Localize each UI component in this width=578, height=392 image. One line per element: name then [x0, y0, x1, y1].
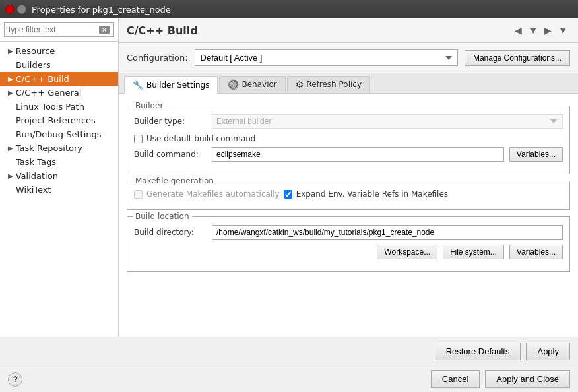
- tab-builder-settings-label: Builder Settings: [146, 81, 209, 90]
- sidebar: ✕ ▶ Resource Builders ▶ C/C++ Build: [0, 18, 119, 337]
- variables2-button[interactable]: Variables...: [509, 245, 563, 259]
- builder-type-row: Builder type: External builder: [134, 114, 563, 129]
- build-location-buttons-row: Workspace... File system... Variables...: [134, 245, 563, 259]
- workspace-button[interactable]: Workspace...: [377, 245, 437, 259]
- filter-input[interactable]: [9, 25, 94, 34]
- use-default-row: Use default build command: [134, 134, 563, 143]
- arrow-icon: ▶: [8, 89, 13, 96]
- tab-refresh-policy-label: Refresh Policy: [306, 80, 362, 89]
- sidebar-item-cpp-general[interactable]: ▶ C/C++ General: [0, 86, 118, 100]
- build-location-content: Build directory: Workspace... File syste…: [127, 217, 569, 271]
- config-select[interactable]: Default [ Active ]: [195, 49, 458, 66]
- arrow-icon: ▶: [8, 48, 13, 55]
- sidebar-item-label: C/C++ Build: [16, 74, 69, 84]
- page-title: C/C++ Build: [127, 24, 198, 37]
- sidebar-item-label: Task Tags: [16, 157, 56, 167]
- gen-makefiles-checkbox[interactable]: [134, 190, 143, 199]
- window-title: Properties for pkg1_create_node: [32, 5, 171, 15]
- nav-arrows: ◀ ▼ ▶ ▼: [512, 24, 570, 37]
- configuration-row: Configuration: Default [ Active ] Manage…: [119, 43, 578, 73]
- filter-box: ✕: [0, 18, 118, 42]
- sidebar-item-task-repo[interactable]: ▶ Task Repository: [0, 141, 118, 155]
- builder-section: Builder Builder type: External builder U…: [127, 106, 570, 174]
- sidebar-tree: ▶ Resource Builders ▶ C/C++ Build ▶ C/C+…: [0, 42, 118, 337]
- tab-refresh-policy[interactable]: ⚙ Refresh Policy: [287, 76, 370, 93]
- nav-back-button[interactable]: ◀: [512, 24, 525, 37]
- sidebar-item-run-debug[interactable]: Run/Debug Settings: [0, 127, 118, 141]
- window-controls[interactable]: [5, 5, 26, 14]
- nav-forward-dropdown-button[interactable]: ▼: [556, 24, 570, 37]
- dialog: ✕ ▶ Resource Builders ▶ C/C++ Build: [0, 18, 578, 392]
- cancel-button[interactable]: Cancel: [431, 370, 480, 388]
- apply-close-button[interactable]: Apply and Close: [485, 370, 570, 388]
- apply-button[interactable]: Apply: [526, 343, 570, 360]
- tab-behavior-label: Behavior: [241, 80, 276, 89]
- arrow-icon: ▶: [8, 172, 13, 180]
- dialog-footer2: ? Cancel Apply and Close: [0, 366, 578, 392]
- titlebar: Properties for pkg1_create_node: [0, 0, 578, 18]
- expand-env-label: Expand Env. Variable Refs in Makefiles: [296, 189, 448, 199]
- sidebar-item-label: C/C++ General: [16, 88, 82, 98]
- behavior-icon: 🔘: [228, 79, 239, 90]
- sidebar-item-builders[interactable]: Builders: [0, 58, 118, 72]
- sidebar-item-resource[interactable]: ▶ Resource: [0, 44, 118, 58]
- sidebar-item-label: WikiText: [16, 185, 51, 195]
- minimize-button[interactable]: [17, 5, 26, 14]
- build-dir-label: Build directory:: [134, 228, 207, 237]
- builder-type-select[interactable]: External builder: [212, 114, 563, 129]
- content-area: C/C++ Build ◀ ▼ ▶ ▼ Configuration: Defau…: [119, 18, 578, 337]
- close-button[interactable]: [5, 5, 15, 14]
- builder-section-title: Builder: [133, 101, 166, 110]
- build-cmd-input[interactable]: [212, 147, 504, 162]
- help-button[interactable]: ?: [8, 372, 22, 387]
- builder-settings-icon: 🔧: [133, 80, 144, 90]
- use-default-label: Use default build command: [146, 134, 256, 143]
- dialog-footer: Restore Defaults Apply: [0, 337, 578, 366]
- sidebar-item-label: Resource: [16, 46, 55, 56]
- expand-env-checkbox[interactable]: [284, 190, 292, 199]
- use-default-checkbox[interactable]: [134, 135, 143, 143]
- gen-makefiles-row: Generate Makefiles automatically Expand …: [134, 189, 563, 199]
- arrow-icon: ▶: [8, 75, 13, 82]
- build-cmd-row: Build command: Variables...: [134, 147, 563, 162]
- build-location-title: Build location: [133, 212, 192, 221]
- dialog-body: ✕ ▶ Resource Builders ▶ C/C++ Build: [0, 18, 578, 337]
- content-header: C/C++ Build ◀ ▼ ▶ ▼: [119, 18, 578, 43]
- builder-type-label: Builder type:: [134, 117, 207, 126]
- tab-behavior[interactable]: 🔘 Behavior: [219, 76, 285, 93]
- sidebar-item-linux-tools[interactable]: Linux Tools Path: [0, 100, 118, 114]
- build-location-section: Build location Build directory: Workspac…: [127, 216, 570, 272]
- gen-makefiles-label: Generate Makefiles automatically: [146, 189, 280, 199]
- manage-configurations-button[interactable]: Manage Configurations...: [465, 50, 570, 66]
- sidebar-item-label: Task Repository: [16, 143, 82, 153]
- nav-forward-button[interactable]: ▶: [542, 24, 554, 37]
- sidebar-item-cpp-build[interactable]: ▶ C/C++ Build: [0, 72, 118, 86]
- tab-builder-settings[interactable]: 🔧 Builder Settings: [124, 76, 218, 94]
- tabs-bar: 🔧 Builder Settings 🔘 Behavior ⚙ Refresh …: [119, 73, 578, 94]
- builder-section-content: Builder type: External builder Use defau…: [127, 106, 569, 174]
- makefile-section-title: Makefile generation: [133, 176, 216, 185]
- nav-dropdown-button[interactable]: ▼: [526, 24, 540, 37]
- sidebar-item-task-tags[interactable]: Task Tags: [0, 155, 118, 169]
- variables-button[interactable]: Variables...: [509, 147, 563, 162]
- sidebar-item-label: Builders: [16, 60, 51, 70]
- build-dir-row: Build directory:: [134, 225, 563, 240]
- refresh-policy-icon: ⚙: [296, 79, 304, 90]
- filter-clear-button[interactable]: ✕: [99, 26, 110, 34]
- sidebar-item-validation[interactable]: ▶ Validation: [0, 169, 118, 183]
- arrow-icon: ▶: [8, 145, 13, 152]
- sidebar-item-label: Run/Debug Settings: [16, 129, 102, 139]
- makefile-section: Makefile generation Generate Makefiles a…: [127, 181, 570, 210]
- makefile-section-content: Generate Makefiles automatically Expand …: [127, 181, 569, 209]
- restore-defaults-button[interactable]: Restore Defaults: [435, 343, 521, 360]
- sidebar-item-project-refs[interactable]: Project References: [0, 114, 118, 127]
- filter-wrapper: ✕: [4, 22, 114, 37]
- sidebar-item-wikitext[interactable]: WikiText: [0, 183, 118, 197]
- build-cmd-label: Build command:: [134, 150, 207, 159]
- filesystem-button[interactable]: File system...: [443, 245, 504, 259]
- sidebar-item-label: Linux Tools Path: [16, 102, 84, 112]
- build-dir-input[interactable]: [212, 225, 563, 240]
- sidebar-item-label: Validation: [16, 171, 58, 181]
- footer-right: Restore Defaults Apply: [435, 343, 570, 360]
- main-panel: Builder Builder type: External builder U…: [119, 94, 578, 337]
